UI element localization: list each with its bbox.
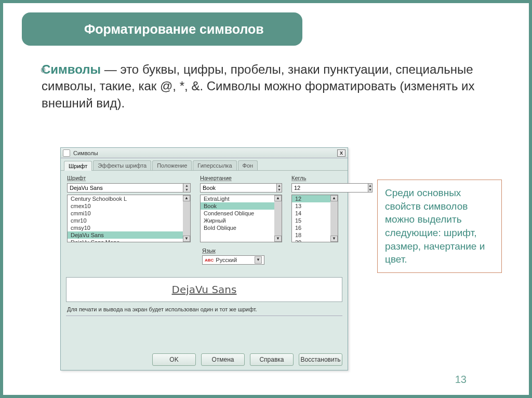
scrollbar[interactable]: ▲▼	[330, 195, 338, 242]
lang-value: Русский	[216, 257, 237, 263]
size-item[interactable]: 18	[292, 231, 330, 239]
tab-effects[interactable]: Эффекты шрифта	[93, 160, 151, 170]
size-listbox[interactable]: 12 13 14 15 16 18 20 ▲▼	[291, 195, 338, 242]
font-label: Шрифт	[67, 175, 191, 181]
tab-background[interactable]: Фон	[238, 160, 258, 170]
style-spin[interactable]: ▲▼	[277, 183, 282, 193]
callout-box: Среди основных свойств символов можно вы…	[377, 180, 502, 273]
restore-button[interactable]: Восстановить	[299, 353, 342, 366]
term-strong: Символы	[42, 62, 101, 76]
size-item[interactable]: 20	[292, 239, 330, 242]
paragraph-text: — это буквы, цифры, пробелы, знаки пункт…	[42, 62, 474, 110]
size-spin[interactable]: ▲▼	[368, 183, 373, 193]
tab-position[interactable]: Положение	[152, 160, 192, 170]
cancel-button[interactable]: Отмена	[201, 353, 245, 366]
size-item[interactable]: 16	[292, 224, 330, 231]
tab-font[interactable]: Шрифт	[64, 161, 92, 171]
font-preview: DejaVu Sans	[66, 277, 342, 302]
font-panel: Шрифт ▲▼ Century Schoolbook L cmex10 cmm…	[61, 171, 348, 269]
size-input[interactable]	[291, 183, 368, 193]
size-item[interactable]: 13	[292, 202, 330, 210]
callout-text: Среди основных свойств символов можно вы…	[385, 187, 485, 265]
dialog-icon	[63, 149, 70, 157]
font-input[interactable]	[67, 183, 183, 193]
lang-label: Язык	[202, 248, 341, 254]
ok-button[interactable]: OK	[152, 353, 196, 366]
style-item[interactable]: Bold Oblique	[201, 224, 274, 231]
tabs-row: Шрифт Эффекты шрифта Положение Гиперссыл…	[61, 158, 348, 171]
scrollbar[interactable]: ▲▼	[274, 195, 282, 242]
tab-hyperlink[interactable]: Гиперссылка	[193, 160, 236, 170]
font-item[interactable]: cmex10	[68, 202, 183, 210]
hint-text: Для печати и вывода на экран будет испол…	[61, 302, 348, 312]
style-input[interactable]	[200, 183, 277, 193]
size-item[interactable]: 15	[292, 217, 330, 224]
font-spin[interactable]: ▲▼	[183, 183, 191, 193]
style-listbox[interactable]: ExtraLight Book Condensed Oblique Жирный…	[200, 195, 282, 242]
font-listbox[interactable]: Century Schoolbook L cmex10 cmmi10 cmr10…	[67, 195, 191, 242]
font-item[interactable]: cmr10	[68, 217, 183, 224]
font-item[interactable]: DejaVu Sans	[68, 231, 183, 239]
spellcheck-icon: ABC	[205, 258, 214, 263]
style-label: Начертание	[200, 175, 282, 181]
close-button[interactable]: x	[337, 149, 345, 157]
preview-text: DejaVu Sans	[172, 283, 237, 296]
font-item[interactable]: cmmi10	[68, 210, 183, 217]
style-item[interactable]: Condensed Oblique	[201, 210, 274, 217]
font-item[interactable]: Century Schoolbook L	[68, 195, 183, 202]
font-item[interactable]: DejaVu Sans Mono	[68, 239, 183, 242]
slide-title: Форматирование символов	[84, 22, 264, 37]
help-button[interactable]: Справка	[250, 353, 294, 366]
size-label: Кегль	[291, 175, 338, 181]
slide-title-bar: Форматирование символов	[22, 12, 302, 46]
dialog-titlebar[interactable]: Символы x	[61, 148, 348, 158]
scrollbar[interactable]: ▲▼	[183, 195, 190, 242]
character-dialog: Символы x Шрифт Эффекты шрифта Положение…	[60, 147, 348, 370]
size-item[interactable]: 12	[292, 195, 330, 202]
bullet-icon: o	[41, 63, 46, 76]
chevron-down-icon: ▼	[255, 256, 262, 264]
main-paragraph: o Символы — это буквы, цифры, пробелы, з…	[42, 61, 504, 112]
style-item[interactable]: Жирный	[201, 217, 274, 224]
font-item[interactable]: cmsy10	[68, 224, 183, 231]
lang-select[interactable]: ABC Русский ▼	[202, 255, 264, 265]
size-item[interactable]: 14	[292, 210, 330, 217]
dialog-title: Символы	[73, 150, 337, 156]
style-item[interactable]: ExtraLight	[201, 195, 274, 202]
page-number: 13	[455, 374, 467, 386]
style-item[interactable]: Book	[201, 202, 274, 210]
